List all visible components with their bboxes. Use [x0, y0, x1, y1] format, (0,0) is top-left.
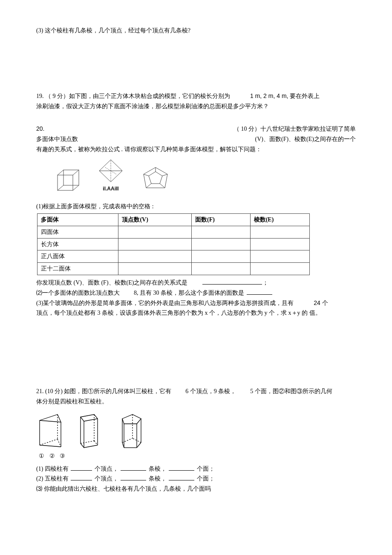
dodecahedron-figure: [138, 165, 173, 193]
question-18-part3: (3) 这个棱柱有几条棱，几个顶点，经过每个顶点有几条棱?: [36, 26, 356, 36]
dodecahedron-icon: [138, 165, 173, 193]
th-poly: 多面体: [37, 213, 118, 226]
table-header-row: 多面体 顶点数(V) 面数(F) 棱数(E): [37, 213, 310, 226]
th-v: 顶点数(V): [118, 213, 192, 226]
p1b: 个顶点，: [95, 466, 118, 472]
q21-line2: 体分别是四棱柱和五棱柱。: [36, 397, 356, 407]
cell: 长方体: [37, 238, 118, 250]
triangular-prism-icon: [36, 409, 64, 450]
polyhedra-figures: il.AAiII: [53, 158, 356, 193]
svg-line-4: [73, 185, 79, 190]
q20-right1: （ 10 分）十八世纪瑞士数学家欧拉证明了简单: [233, 124, 356, 134]
q18-part3-text: (3) 这个棱柱有几条棱，几个顶点，经过每个顶点有几条棱?: [36, 27, 190, 34]
p1d: 个面；: [197, 466, 215, 472]
blank-p1-edges[interactable]: [121, 464, 146, 471]
prisms-figures: [36, 409, 356, 450]
svg-rect-1: [63, 170, 79, 185]
cube-icon: [53, 167, 83, 193]
q21-l1c: 5 个面，图②和图③所示的几何: [250, 388, 332, 394]
svg-line-2: [58, 170, 63, 175]
q21-line1: 21. (10 分) 如图，图①所示的几何体叫三棱柱，它有 6 个顶点，9 条棱…: [36, 386, 356, 397]
svg-line-13: [162, 174, 167, 176]
question-21: 21. (10 分) 如图，图①所示的几何体叫三棱柱，它有 6 个顶点，9 条棱…: [36, 386, 356, 494]
svg-line-5: [58, 185, 63, 190]
svg-rect-0: [58, 175, 73, 190]
q19-prefix: 19. （ 9 分）如下图，由三个正方体木块粘合成的模型，它们的棱长分别为: [36, 93, 230, 99]
question-20: 20. （ 10 分）十八世纪瑞士数学家欧拉证明了简单 多面体中顶点数 (V)、…: [36, 124, 356, 318]
relation-prefix: 你发现顶点数 (V)、面数 (F)、棱数(E)之间存在的关系式是: [36, 279, 187, 286]
quadrangular-prism-icon: [77, 409, 101, 450]
q19-dims: 1 m, 2 m, 4 m, 要在外表上: [250, 92, 320, 99]
blank-p2-faces[interactable]: [169, 474, 194, 480]
blank-relation[interactable]: [202, 278, 262, 285]
table-row: 正十二面体: [37, 263, 310, 275]
part3-b: 24 个: [314, 299, 328, 306]
octahedron-figure: il.AAiII: [96, 158, 126, 193]
p1c: 条棱，: [149, 466, 167, 472]
pentagonal-prism-icon: [114, 409, 146, 450]
blank-p1-vertices[interactable]: [71, 464, 92, 471]
q21-part3: ⑶ 你能由此猜出六棱柱、七棱柱各有几个顶点，几条棱，几个面吗: [36, 484, 356, 494]
q20-row1: 20. （ 10 分）十八世纪瑞士数学家欧拉证明了简单: [36, 124, 356, 134]
p2a: (2) 五棱柱有: [36, 475, 69, 482]
p1a: (1) 四棱柱有: [36, 466, 69, 472]
q21-part1: (1) 四棱柱有 个顶点， 条棱， 个面；: [36, 464, 356, 474]
svg-line-15: [146, 184, 151, 188]
blank-p2-vertices[interactable]: [71, 474, 92, 480]
table-row: 正八面体: [37, 250, 310, 263]
q19-line1: 19. （ 9 分）如下图，由三个正方体木块粘合成的模型，它们的棱长分别为 1 …: [36, 91, 356, 101]
q20-row2: 多面体中顶点数 (V)、面数(F)、棱数(E)之间存在的一个: [36, 134, 356, 144]
svg-line-3: [73, 170, 79, 175]
octa-caption: il.AAiII: [103, 184, 118, 193]
q20-line3: 有趣的关系式，被称为欧拉公式 . 请你观察以下几种简单多面体模型，解答以下问题：: [36, 144, 356, 155]
p2c: 条棱，: [149, 475, 167, 482]
question-19: 19. （ 9 分）如下图，由三个正方体木块粘合成的模型，它们的棱长分别为 1 …: [36, 91, 356, 112]
th-f: 面数(F): [192, 213, 251, 226]
part3-a: (3)某个玻璃饰品的外形是简单多面体，它的外外表是由三角形和八边形两种多边形拼接…: [36, 300, 294, 306]
q20-part2: ⑵一个多面体的面数比顶点数大 8, 且有 30 条棱，那么这个多面体的面数是: [36, 288, 356, 298]
q20-part3-l1: (3)某个玻璃饰品的外形是简单多面体，它的外外表是由三角形和八边形两种多边形拼接…: [36, 298, 356, 308]
cell: 正八面体: [37, 250, 118, 263]
part2-b: 8, 且有 30 条棱，那么这个多面体的面数是: [134, 290, 244, 296]
svg-line-16: [144, 174, 149, 176]
table-row: 长方体: [37, 238, 310, 250]
blank-space: [36, 40, 356, 91]
euler-table: 多面体 顶点数(V) 面数(F) 棱数(E) 四面体 长方体 正八面体 正十二面…: [37, 213, 310, 275]
octahedron-icon: [96, 158, 126, 184]
part2-a: ⑵一个多面体的面数比顶点数大: [36, 290, 120, 296]
cell: 四面体: [37, 226, 118, 238]
relation-suffix: ;: [265, 279, 266, 286]
p2d: 个面；: [197, 475, 215, 482]
q20-left2: 多面体中顶点数: [36, 134, 78, 144]
p2b: 个顶点，: [95, 475, 118, 482]
q20-label: 20.: [36, 124, 44, 134]
q20-relation: 你发现顶点数 (V)、面数 (F)、棱数(E)之间存在的关系式是 ;: [36, 278, 356, 288]
svg-line-14: [160, 184, 165, 188]
q20-part3-l2: 顶点，每个顶点处都有 3 条棱，设该多面体外表三角形的个数为 x 个，八边形的个…: [36, 308, 356, 318]
q21-l1a: 21. (10 分) 如图，图①所示的几何体叫三棱柱，它有: [36, 388, 171, 394]
th-e: 棱数(E): [250, 213, 309, 226]
svg-marker-11: [149, 172, 162, 184]
q20-part1-intro: (1)根据上面多面体模型，完成表格中的空格 :: [36, 201, 356, 212]
prism-labels: ① ② ③: [39, 451, 356, 461]
blank-p2-edges[interactable]: [121, 474, 146, 480]
q21-l1b: 6 个顶点，9 条棱，: [185, 388, 236, 394]
q19-line2: 涂刷油漆，假设大正方体的下底面不涂油漆，那么模型涂刷油漆的总面积是多少平方米？: [36, 101, 356, 112]
cube-figure: [53, 167, 83, 193]
blank-p1-faces[interactable]: [169, 464, 194, 471]
svg-marker-18: [81, 414, 98, 421]
q20-right2: (V)、面数(F)、棱数(E)之间存在的一个: [255, 134, 356, 144]
table-row: 四面体: [37, 226, 310, 238]
svg-marker-23: [122, 414, 141, 424]
blank-faces[interactable]: [247, 288, 272, 295]
cell: 正十二面体: [37, 263, 118, 275]
q21-part2: (2) 五棱柱有 个顶点， 条棱， 个面；: [36, 474, 356, 484]
